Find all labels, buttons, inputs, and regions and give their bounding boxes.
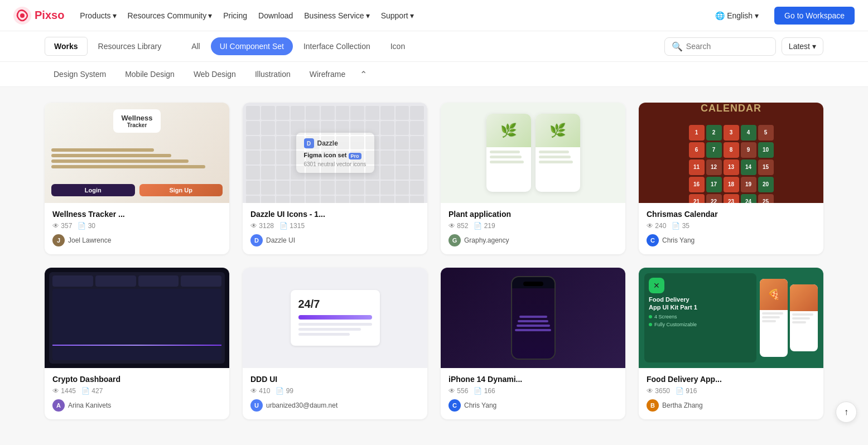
card-wellness[interactable]: WellnessTrackerLoginSign UpWellness Trac… xyxy=(45,103,229,254)
card-title: Chrismas Calendar xyxy=(647,210,816,219)
card-thumbnail-food: ✕Food Delivery App UI Kit Part 14 Screen… xyxy=(639,268,823,368)
view-count: 👁 852 xyxy=(449,222,468,230)
avatar: A xyxy=(52,399,65,412)
collapse-icon[interactable]: ⌃ xyxy=(360,69,367,80)
card-author: JJoel Lawrence xyxy=(52,234,221,246)
avatar: C xyxy=(449,399,461,412)
subtab-wireframe[interactable]: Wireframe xyxy=(301,66,355,82)
view-count: 👁 1445 xyxy=(52,387,76,395)
svg-point-1 xyxy=(20,13,25,18)
card-iphone[interactable]: iPhone 14 Dynami...👁 556📄 166CChris Yang xyxy=(441,268,625,419)
search-box[interactable]: 🔍 xyxy=(664,37,776,56)
card-author: Uurbanized30@daum.net xyxy=(250,399,419,412)
card-title: Food Delivery App... xyxy=(647,375,816,384)
card-author: CChris Yang xyxy=(449,399,618,412)
scroll-up-button[interactable]: ↑ xyxy=(836,402,857,423)
tab-resources-library[interactable]: Resources Library xyxy=(89,37,171,56)
subtab-web-design[interactable]: Web Design xyxy=(185,66,245,82)
sort-label: Latest xyxy=(789,42,810,51)
view-count: 👁 410 xyxy=(250,387,270,395)
avatar: G xyxy=(449,234,461,246)
copy-count: 📄 166 xyxy=(474,387,495,395)
card-christmas[interactable]: CHRISTMAS CALENDAR1234567891011121314151… xyxy=(639,103,823,254)
nav-business[interactable]: Business Service ▾ xyxy=(304,11,369,20)
navbar: Pixso Products ▾ Resources Community ▾ P… xyxy=(0,0,868,31)
copy-count: 📄 916 xyxy=(676,387,697,395)
tab-all[interactable]: All xyxy=(182,37,210,56)
card-thumbnail-wellness: WellnessTrackerLoginSign Up xyxy=(45,103,229,203)
language-selector[interactable]: 🌐 English ▾ xyxy=(715,11,759,20)
logo-text: Pixso xyxy=(35,9,64,22)
card-stats: 👁 3128📄 1315 xyxy=(250,222,419,230)
category-tabs: All UI Component Set Interface Collectio… xyxy=(182,32,414,60)
card-stats: 👁 852📄 219 xyxy=(449,222,618,230)
author-name: Chris Yang xyxy=(662,236,695,244)
view-count: 👁 357 xyxy=(52,222,72,230)
search-input[interactable] xyxy=(686,42,769,51)
avatar: U xyxy=(250,399,263,412)
subnav-row2: Design System Mobile Design Web Design I… xyxy=(0,62,868,87)
tab-icon[interactable]: Icon xyxy=(381,37,414,56)
card-stats: 👁 3650📄 916 xyxy=(647,387,816,395)
card-stats: 👁 357📄 30 xyxy=(52,222,221,230)
card-stats: 👁 410📄 99 xyxy=(250,387,419,395)
card-author: AArina Kanivets xyxy=(52,399,221,412)
card-thumbnail-ddd: 24/7 xyxy=(243,268,427,368)
subtab-illustration[interactable]: Illustration xyxy=(246,66,300,82)
card-thumbnail-christmas: CHRISTMAS CALENDAR1234567891011121314151… xyxy=(639,103,823,203)
author-name: Bertha Zhang xyxy=(662,402,703,409)
nav-pricing[interactable]: Pricing xyxy=(223,11,247,20)
card-author: CChris Yang xyxy=(647,234,816,246)
chevron-down-icon: ▾ xyxy=(812,42,816,51)
card-food[interactable]: ✕Food Delivery App UI Kit Part 14 Screen… xyxy=(639,268,823,419)
avatar: B xyxy=(647,399,659,412)
copy-count: 📄 30 xyxy=(78,222,95,230)
card-title: Wellness Tracker ... xyxy=(52,210,221,219)
logo[interactable]: Pixso xyxy=(13,7,64,25)
nav-products[interactable]: Products ▾ xyxy=(80,11,116,20)
card-plant[interactable]: 🌿🌿Plant application👁 852📄 219GGraphy.age… xyxy=(441,103,625,254)
card-stats: 👁 1445📄 427 xyxy=(52,387,221,395)
card-thumbnail-crypto xyxy=(45,268,229,368)
author-name: Graphy.agency xyxy=(464,236,509,244)
author-name: Arina Kanivets xyxy=(68,402,111,409)
sort-dropdown[interactable]: Latest ▾ xyxy=(782,37,823,55)
copy-count: 📄 427 xyxy=(81,387,103,395)
view-count: 👁 240 xyxy=(647,222,666,230)
card-title: Crypto Dashboard xyxy=(52,375,221,384)
card-title: Plant application xyxy=(449,210,618,219)
card-author: DDazzle UI xyxy=(250,234,419,246)
copy-count: 📄 1315 xyxy=(279,222,305,230)
copy-count: 📄 99 xyxy=(276,387,293,395)
subnav-row1: Works Resources Library All UI Component… xyxy=(0,31,868,62)
view-count: 👁 556 xyxy=(449,387,468,395)
goto-workspace-button[interactable]: Go to Workspace xyxy=(774,7,855,25)
tab-works[interactable]: Works xyxy=(45,37,88,56)
sub-category-tabs: Design System Mobile Design Web Design I… xyxy=(45,62,367,86)
nav-download[interactable]: Download xyxy=(258,11,293,20)
tab-ui-component[interactable]: UI Component Set xyxy=(211,37,293,55)
card-author: GGraphy.agency xyxy=(449,234,618,246)
card-title: iPhone 14 Dynami... xyxy=(449,375,618,384)
author-name: urbanized30@daum.net xyxy=(266,402,337,409)
card-stats: 👁 556📄 166 xyxy=(449,387,618,395)
view-count: 👁 3650 xyxy=(647,387,670,395)
card-title: DDD UI xyxy=(250,375,419,384)
card-ddd[interactable]: 24/7DDD UI👁 410📄 99Uurbanized30@daum.net xyxy=(243,268,427,419)
author-name: Chris Yang xyxy=(464,402,496,409)
card-thumbnail-iphone xyxy=(441,268,625,368)
main-tab-group: Works Resources Library xyxy=(45,31,171,61)
tab-interface-collection[interactable]: Interface Collection xyxy=(294,37,380,56)
card-author: BBertha Zhang xyxy=(647,399,816,412)
author-name: Dazzle UI xyxy=(266,236,295,244)
nav-support[interactable]: Support ▾ xyxy=(381,11,414,20)
view-count: 👁 3128 xyxy=(250,222,274,230)
nav-resources-community[interactable]: Resources Community ▾ xyxy=(128,11,213,20)
card-dazzle[interactable]: DDazzleFigma icon set Pro6301 neutral ve… xyxy=(243,103,427,254)
subtab-design-system[interactable]: Design System xyxy=(45,66,115,82)
card-stats: 👁 240📄 35 xyxy=(647,222,816,230)
author-name: Joel Lawrence xyxy=(68,236,111,244)
card-crypto[interactable]: Crypto Dashboard👁 1445📄 427AArina Kanive… xyxy=(45,268,229,419)
copy-count: 📄 219 xyxy=(474,222,495,230)
subtab-mobile-design[interactable]: Mobile Design xyxy=(116,66,184,82)
